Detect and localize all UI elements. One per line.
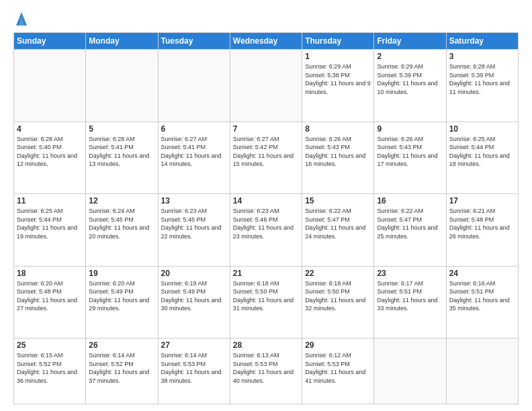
calendar-cell: 27Sunrise: 6:14 AM Sunset: 5:53 PM Dayli… <box>158 338 230 404</box>
logo <box>13 11 28 27</box>
calendar-cell: 25Sunrise: 6:15 AM Sunset: 5:52 PM Dayli… <box>14 338 86 404</box>
day-info: Sunrise: 6:23 AM Sunset: 5:46 PM Dayligh… <box>233 207 299 240</box>
day-number: 29 <box>305 340 371 350</box>
calendar-table: SundayMondayTuesdayWednesdayThursdayFrid… <box>13 32 519 404</box>
day-number: 8 <box>305 124 371 134</box>
calendar-header-sunday: Sunday <box>14 33 86 50</box>
day-info: Sunrise: 6:19 AM Sunset: 5:49 PM Dayligh… <box>161 279 227 313</box>
day-number: 4 <box>17 124 83 134</box>
day-number: 7 <box>233 124 299 134</box>
day-number: 1 <box>305 52 371 61</box>
calendar-cell: 2Sunrise: 6:29 AM Sunset: 5:39 PM Daylig… <box>374 50 446 122</box>
day-number: 10 <box>449 124 515 134</box>
calendar-cell: 21Sunrise: 6:18 AM Sunset: 5:50 PM Dayli… <box>230 266 302 338</box>
calendar-cell: 7Sunrise: 6:27 AM Sunset: 5:42 PM Daylig… <box>230 122 302 194</box>
day-number: 28 <box>233 340 299 350</box>
day-info: Sunrise: 6:20 AM Sunset: 5:49 PM Dayligh… <box>89 279 154 313</box>
logo-icon <box>15 11 28 27</box>
day-info: Sunrise: 6:27 AM Sunset: 5:41 PM Dayligh… <box>161 135 227 169</box>
calendar-header-saturday: Saturday <box>446 33 518 50</box>
day-info: Sunrise: 6:28 AM Sunset: 5:39 PM Dayligh… <box>449 62 515 96</box>
day-number: 2 <box>377 52 443 61</box>
day-number: 20 <box>161 269 227 278</box>
calendar-week-4: 18Sunrise: 6:20 AM Sunset: 5:48 PM Dayli… <box>14 266 519 338</box>
calendar-cell <box>86 50 158 122</box>
page: SundayMondayTuesdayWednesdayThursdayFrid… <box>0 0 532 411</box>
day-number: 14 <box>233 196 299 205</box>
header <box>13 11 519 27</box>
calendar-header-wednesday: Wednesday <box>230 33 302 50</box>
calendar-cell: 13Sunrise: 6:23 AM Sunset: 5:45 PM Dayli… <box>158 194 230 267</box>
day-number: 23 <box>377 269 443 278</box>
day-info: Sunrise: 6:25 AM Sunset: 5:44 PM Dayligh… <box>449 135 515 169</box>
calendar-cell: 22Sunrise: 6:18 AM Sunset: 5:50 PM Dayli… <box>302 266 374 338</box>
calendar-week-2: 4Sunrise: 6:28 AM Sunset: 5:40 PM Daylig… <box>14 122 519 194</box>
day-number: 22 <box>305 269 371 278</box>
calendar-cell <box>374 338 446 404</box>
calendar-header-monday: Monday <box>86 33 158 50</box>
calendar-cell: 11Sunrise: 6:25 AM Sunset: 5:44 PM Dayli… <box>14 194 86 267</box>
day-info: Sunrise: 6:15 AM Sunset: 5:52 PM Dayligh… <box>17 351 83 385</box>
day-info: Sunrise: 6:26 AM Sunset: 5:43 PM Dayligh… <box>377 135 443 169</box>
day-info: Sunrise: 6:20 AM Sunset: 5:48 PM Dayligh… <box>17 279 83 313</box>
day-number: 21 <box>233 269 299 278</box>
day-number: 16 <box>377 196 443 205</box>
day-number: 26 <box>89 340 154 350</box>
calendar-header-friday: Friday <box>374 33 446 50</box>
calendar-cell <box>14 50 86 122</box>
calendar-cell: 10Sunrise: 6:25 AM Sunset: 5:44 PM Dayli… <box>446 122 518 194</box>
day-number: 12 <box>89 196 154 205</box>
day-info: Sunrise: 6:22 AM Sunset: 5:47 PM Dayligh… <box>377 207 443 240</box>
day-info: Sunrise: 6:12 AM Sunset: 5:53 PM Dayligh… <box>305 351 371 385</box>
day-info: Sunrise: 6:28 AM Sunset: 5:41 PM Dayligh… <box>89 135 154 169</box>
calendar-cell: 14Sunrise: 6:23 AM Sunset: 5:46 PM Dayli… <box>230 194 302 267</box>
day-number: 11 <box>17 196 83 205</box>
day-info: Sunrise: 6:16 AM Sunset: 5:51 PM Dayligh… <box>449 279 515 313</box>
calendar-cell: 12Sunrise: 6:24 AM Sunset: 5:45 PM Dayli… <box>86 194 158 267</box>
calendar-cell: 24Sunrise: 6:16 AM Sunset: 5:51 PM Dayli… <box>446 266 518 338</box>
day-info: Sunrise: 6:18 AM Sunset: 5:50 PM Dayligh… <box>233 279 299 313</box>
day-number: 6 <box>161 124 227 134</box>
day-number: 13 <box>161 196 227 205</box>
calendar-header-thursday: Thursday <box>302 33 374 50</box>
day-info: Sunrise: 6:14 AM Sunset: 5:53 PM Dayligh… <box>161 351 227 385</box>
calendar-cell: 17Sunrise: 6:21 AM Sunset: 5:48 PM Dayli… <box>446 194 518 267</box>
calendar-cell: 1Sunrise: 6:29 AM Sunset: 5:38 PM Daylig… <box>302 50 374 122</box>
calendar-cell: 15Sunrise: 6:22 AM Sunset: 5:47 PM Dayli… <box>302 194 374 267</box>
day-number: 15 <box>305 196 371 205</box>
day-info: Sunrise: 6:24 AM Sunset: 5:45 PM Dayligh… <box>89 207 154 240</box>
day-info: Sunrise: 6:21 AM Sunset: 5:48 PM Dayligh… <box>449 207 515 240</box>
day-info: Sunrise: 6:28 AM Sunset: 5:40 PM Dayligh… <box>17 135 83 169</box>
day-number: 17 <box>449 196 515 205</box>
day-number: 9 <box>377 124 443 134</box>
calendar-week-3: 11Sunrise: 6:25 AM Sunset: 5:44 PM Dayli… <box>14 194 519 267</box>
day-info: Sunrise: 6:18 AM Sunset: 5:50 PM Dayligh… <box>305 279 371 313</box>
day-info: Sunrise: 6:29 AM Sunset: 5:39 PM Dayligh… <box>377 62 443 96</box>
day-number: 19 <box>89 269 154 278</box>
calendar-cell: 23Sunrise: 6:17 AM Sunset: 5:51 PM Dayli… <box>374 266 446 338</box>
calendar-cell: 3Sunrise: 6:28 AM Sunset: 5:39 PM Daylig… <box>446 50 518 122</box>
calendar-cell: 26Sunrise: 6:14 AM Sunset: 5:52 PM Dayli… <box>86 338 158 404</box>
calendar-header-tuesday: Tuesday <box>158 33 230 50</box>
calendar-cell: 6Sunrise: 6:27 AM Sunset: 5:41 PM Daylig… <box>158 122 230 194</box>
calendar-week-1: 1Sunrise: 6:29 AM Sunset: 5:38 PM Daylig… <box>14 50 519 122</box>
day-info: Sunrise: 6:25 AM Sunset: 5:44 PM Dayligh… <box>17 207 83 240</box>
calendar-cell: 20Sunrise: 6:19 AM Sunset: 5:49 PM Dayli… <box>158 266 230 338</box>
day-number: 3 <box>449 52 515 61</box>
calendar-cell: 16Sunrise: 6:22 AM Sunset: 5:47 PM Dayli… <box>374 194 446 267</box>
day-number: 27 <box>161 340 227 350</box>
day-info: Sunrise: 6:27 AM Sunset: 5:42 PM Dayligh… <box>233 135 299 169</box>
day-info: Sunrise: 6:26 AM Sunset: 5:43 PM Dayligh… <box>305 135 371 169</box>
day-info: Sunrise: 6:14 AM Sunset: 5:52 PM Dayligh… <box>89 351 154 385</box>
calendar-header-row: SundayMondayTuesdayWednesdayThursdayFrid… <box>14 33 519 50</box>
calendar-cell <box>446 338 518 404</box>
calendar-cell: 8Sunrise: 6:26 AM Sunset: 5:43 PM Daylig… <box>302 122 374 194</box>
day-info: Sunrise: 6:13 AM Sunset: 5:53 PM Dayligh… <box>233 351 299 385</box>
day-info: Sunrise: 6:22 AM Sunset: 5:47 PM Dayligh… <box>305 207 371 240</box>
day-number: 18 <box>17 269 83 278</box>
calendar-cell: 5Sunrise: 6:28 AM Sunset: 5:41 PM Daylig… <box>86 122 158 194</box>
calendar-cell: 29Sunrise: 6:12 AM Sunset: 5:53 PM Dayli… <box>302 338 374 404</box>
calendar-cell: 4Sunrise: 6:28 AM Sunset: 5:40 PM Daylig… <box>14 122 86 194</box>
day-number: 24 <box>449 269 515 278</box>
calendar-cell <box>158 50 230 122</box>
